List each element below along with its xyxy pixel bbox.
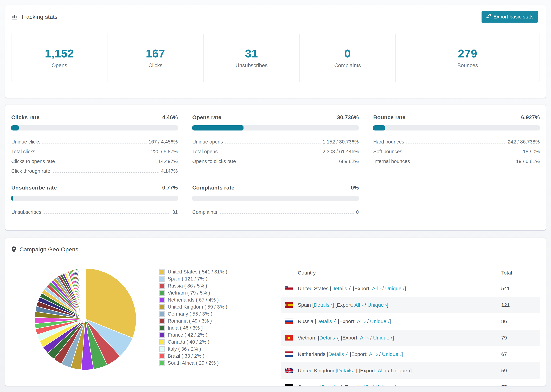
export-unique-link[interactable]: Unique ›	[382, 351, 402, 357]
rate-value: 0%	[351, 185, 359, 191]
detail-value: 31	[172, 209, 178, 215]
geo-table-header: Country Total	[281, 265, 540, 280]
country-column-header: Country	[281, 270, 501, 276]
detail-label: Click through rate	[11, 168, 50, 174]
export-all-link[interactable]: All ›	[354, 302, 363, 308]
country-total: 55	[501, 384, 540, 386]
tracking-stats-card: Tracking stats Export basic stats 1,152 …	[5, 5, 546, 98]
geo-title-text: Campaign Geo Opens	[20, 246, 78, 253]
detail-row: Unsubscribes 31	[11, 206, 178, 215]
tracking-stats-header: Tracking stats Export basic stats	[5, 5, 546, 28]
stat-value: 279	[458, 47, 477, 60]
export-all-link[interactable]: All ›	[372, 286, 381, 291]
country-name: Germany	[298, 384, 319, 386]
progress-bar-fill	[192, 125, 243, 131]
export-unique-link[interactable]: Unique ›	[375, 384, 395, 386]
rate-value: 4.46%	[162, 114, 178, 121]
detail-row: Unique opens 1,152 / 30.736%	[192, 135, 359, 145]
details-link[interactable]: Details ›	[316, 318, 335, 324]
details-link[interactable]: Details ›	[328, 351, 347, 357]
export-all-link[interactable]: All ›	[357, 318, 366, 324]
legend-item: Vietnam ( 79 / 5% )	[159, 289, 281, 296]
map-pin-icon	[11, 246, 16, 252]
campaign-geo-opens-card: Campaign Geo Opens United States ( 541 /…	[5, 238, 546, 386]
country-total: 79	[501, 335, 540, 341]
country-flag-icon	[285, 302, 293, 308]
legend-swatch	[159, 269, 165, 275]
stat-value: 31	[245, 47, 258, 60]
stats-row: 1,152 Opens 167 Clicks 31 Unsubscribes 0…	[11, 34, 540, 82]
dotted-leader	[406, 143, 506, 143]
rate-detail-rows: Unique clicks 167 / 4.456% Total clicks …	[11, 135, 178, 174]
stat-value: 0	[344, 47, 351, 60]
pie-slice[interactable]	[85, 268, 85, 319]
detail-row: Internal bounces 19 / 6.81%	[373, 155, 540, 165]
legend-swatch	[159, 318, 165, 324]
legend-swatch	[159, 276, 165, 282]
table-row: Vietnam [Details ›] [Export: All › / Uni…	[281, 329, 540, 346]
detail-label: Unique opens	[192, 139, 223, 145]
legend-swatch	[159, 346, 165, 352]
dotted-leader	[52, 172, 159, 173]
detail-value: 167 / 4.456%	[148, 139, 178, 145]
rate-panel: Unsubscribe rate 0.77% Unsubscribes 31	[11, 185, 178, 215]
geo-legend: United States ( 541 / 31% ) Spain ( 121 …	[159, 265, 281, 386]
legend-label: Brazil ( 33 / 2% )	[168, 353, 204, 359]
export-unique-link[interactable]: Unique ›	[391, 368, 410, 373]
stat-label: Clicks	[148, 63, 162, 69]
rate-panel: Complaints rate 0% Complaints 0	[192, 185, 359, 215]
country-total: 86	[501, 318, 540, 324]
detail-value: 18 / 0%	[523, 149, 540, 155]
export-unique-link[interactable]: Unique ›	[373, 335, 392, 341]
rate-value: 30.736%	[337, 114, 359, 121]
dotted-leader	[219, 213, 354, 214]
export-unique-link[interactable]: Unique ›	[385, 286, 404, 291]
geo-pie-chart[interactable]	[33, 267, 138, 371]
detail-row: Total opens 2,303 / 61.446%	[192, 145, 359, 155]
export-all-link[interactable]: All ›	[369, 351, 378, 357]
detail-label: Total clicks	[11, 149, 35, 155]
legend-item: Spain ( 121 / 7% )	[159, 275, 281, 282]
detail-label: Complaints	[192, 209, 217, 215]
details-link[interactable]: Details ›	[322, 384, 340, 386]
table-row: United Kingdom [Details ›] [Export: All …	[281, 362, 540, 379]
details-link[interactable]: Details ›	[314, 302, 332, 308]
rate-title: Clicks rate	[11, 114, 40, 121]
export-label: Export:	[339, 318, 356, 324]
progress-bar	[11, 196, 178, 201]
dotted-leader	[37, 153, 149, 153]
export-all-link[interactable]: All ›	[378, 368, 387, 373]
detail-row: Unique clicks 167 / 4.456%	[11, 135, 178, 145]
export-unique-link[interactable]: Unique ›	[370, 318, 389, 324]
legend-item: Germany ( 55 / 3% )	[159, 310, 281, 317]
legend-item: Canada ( 40 / 2% )	[159, 338, 281, 345]
table-row: Spain [Details ›] [Export: All › / Uniqu…	[281, 297, 540, 313]
export-basic-stats-button[interactable]: Export basic stats	[481, 11, 538, 23]
detail-value: 689.82%	[339, 159, 359, 165]
legend-swatch	[159, 297, 165, 303]
legend-item: France ( 42 / 2% )	[159, 331, 281, 338]
country-name: Netherlands	[298, 351, 325, 357]
progress-bar	[192, 196, 359, 201]
tracking-stats-title-text: Tracking stats	[21, 14, 58, 20]
country-flag-icon	[285, 319, 293, 324]
details-link[interactable]: Details ›	[319, 335, 338, 341]
details-link[interactable]: Details ›	[331, 286, 350, 291]
legend-swatch	[159, 304, 165, 310]
progress-bar	[192, 125, 359, 131]
detail-value: 242 / 86.738%	[508, 139, 540, 145]
stat-label: Opens	[52, 63, 67, 69]
export-all-link[interactable]: All ›	[362, 384, 371, 386]
progress-bar-fill	[11, 196, 13, 201]
geo-table-body: United States [Details ›] [Export: All ›…	[281, 280, 540, 386]
stat-label: Complaints	[334, 63, 361, 69]
dotted-leader	[219, 153, 321, 153]
export-unique-link[interactable]: Unique ›	[367, 302, 387, 308]
country-flag-icon	[285, 384, 293, 386]
geo-content: United States ( 541 / 31% ) Spain ( 121 …	[5, 261, 546, 386]
country-name: Russia	[298, 318, 313, 324]
export-all-link[interactable]: All ›	[360, 335, 369, 341]
detail-row: Hard bounces 242 / 86.738%	[373, 135, 540, 145]
details-link[interactable]: Details ›	[337, 368, 356, 373]
export-button-label: Export basic stats	[494, 14, 534, 20]
